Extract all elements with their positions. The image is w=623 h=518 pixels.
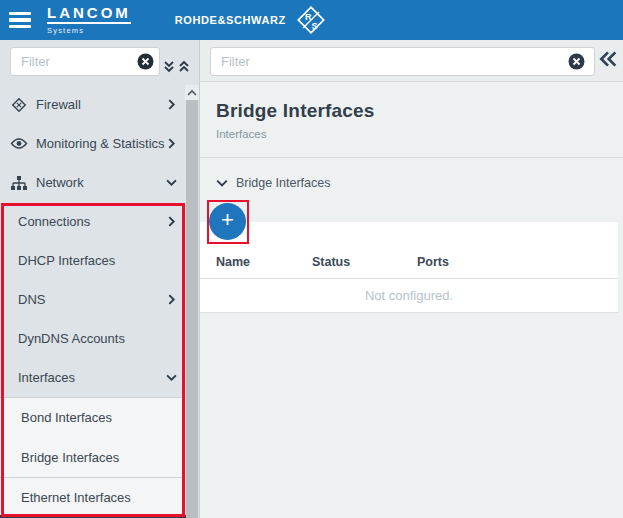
svg-text:S: S [311, 21, 317, 31]
section-header-bridge-interfaces[interactable]: Bridge Interfaces [200, 158, 623, 190]
main-content: Bridge Interfaces Interfaces Bridge Inte… [200, 40, 623, 518]
breadcrumb: Interfaces [216, 128, 623, 140]
sidebar-item-bond-interfaces[interactable]: Bond Interfaces [0, 397, 186, 437]
rohde-schwarz-logo: ROHDE&SCHWARZ R S [175, 3, 328, 37]
sidebar-item-interfaces[interactable]: Interfaces [0, 358, 186, 397]
main-filter-row [200, 40, 623, 82]
eye-icon [10, 137, 28, 150]
section-label: Bridge Interfaces [236, 176, 331, 190]
chevron-down-icon [166, 177, 177, 188]
app-window: LANCOM Systems ROHDE&SCHWARZ R S [0, 0, 623, 518]
main-filter-input[interactable] [210, 47, 595, 76]
sidebar-menu: Firewall Monitoring & Statistics Network… [0, 85, 186, 517]
main-filter-clear-icon[interactable] [568, 53, 585, 70]
sidebar-filter-clear-icon[interactable] [137, 53, 154, 70]
chevron-right-icon [166, 99, 177, 110]
scrollbar-thumb[interactable] [186, 100, 198, 518]
lancom-logo: LANCOM Systems [47, 5, 131, 35]
partner-name: ROHDE&SCHWARZ [175, 14, 286, 26]
sidebar-item-ethernet-interfaces[interactable]: Ethernet Interfaces [0, 477, 186, 517]
sidebar-item-connections[interactable]: Connections [0, 202, 186, 241]
empty-table-message: Not configured. [200, 279, 618, 313]
add-bridge-interface-button[interactable]: + [209, 203, 246, 240]
sidebar-item-dhcp-interfaces[interactable]: DHCP Interfaces [0, 241, 186, 280]
collapse-panel-icon[interactable] [598, 51, 618, 71]
scrollbar-up-arrow[interactable] [185, 85, 199, 100]
sidebar-filter-row [0, 40, 199, 85]
chevron-right-icon [166, 294, 177, 305]
collapse-all-icon[interactable] [178, 60, 190, 73]
sidebar: Firewall Monitoring & Statistics Network… [0, 40, 200, 518]
sidebar-item-monitoring[interactable]: Monitoring & Statistics [0, 124, 186, 163]
sidebar-item-network[interactable]: Network [0, 163, 186, 202]
expand-all-icon[interactable] [163, 60, 175, 73]
table-top-spacer [200, 222, 618, 246]
sidebar-item-dyndns-accounts[interactable]: DynDNS Accounts [0, 319, 186, 358]
chevron-down-icon [216, 177, 228, 189]
chevron-down-icon [166, 372, 177, 383]
top-bar: LANCOM Systems ROHDE&SCHWARZ R S [0, 0, 623, 40]
page-title: Bridge Interfaces [216, 100, 623, 122]
column-header-name: Name [216, 255, 312, 269]
network-icon [10, 175, 28, 191]
brand-name: LANCOM [47, 5, 131, 24]
sidebar-item-bridge-interfaces[interactable]: Bridge Interfaces [0, 437, 186, 477]
firewall-icon [10, 96, 28, 114]
sidebar-scrollbar [185, 85, 199, 518]
sidebar-item-firewall[interactable]: Firewall [0, 85, 186, 124]
chevron-right-icon [166, 138, 177, 149]
hamburger-menu-icon[interactable] [9, 12, 31, 28]
title-block: Bridge Interfaces Interfaces [200, 82, 623, 140]
bridge-interfaces-table: Name Status Ports Not configured. [200, 222, 618, 313]
add-button-wrapper: + [209, 203, 246, 240]
rs-diamond-icon: R S [294, 3, 328, 37]
column-header-ports: Ports [417, 255, 618, 269]
column-header-status: Status [312, 255, 417, 269]
table-header-row: Name Status Ports [200, 246, 618, 279]
sidebar-item-dns[interactable]: DNS [0, 280, 186, 319]
chevron-right-icon [166, 216, 177, 227]
brand-subtitle: Systems [47, 26, 131, 35]
